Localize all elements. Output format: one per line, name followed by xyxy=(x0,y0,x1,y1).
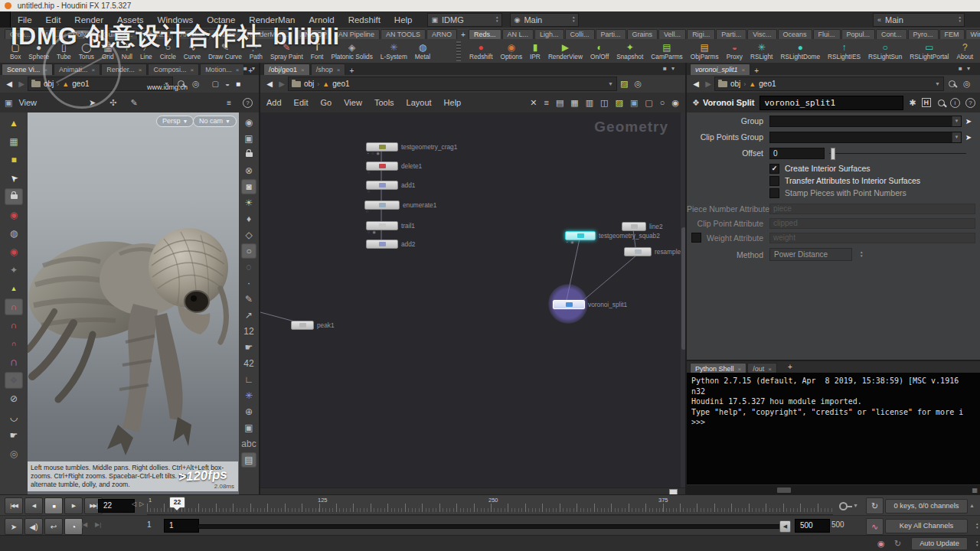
snapshot-icon[interactable]: ▨ xyxy=(620,79,628,89)
info-icon[interactable]: i xyxy=(950,98,960,108)
select-arrow-icon[interactable]: ➤ xyxy=(962,117,975,126)
hide-other-objects-icon[interactable]: ◌ xyxy=(241,259,256,275)
node-flags[interactable]: ○ xyxy=(368,189,371,194)
play-button[interactable]: ▶ xyxy=(64,497,83,514)
view-menu[interactable]: View xyxy=(12,98,43,107)
scatter-icon[interactable]: ▲ xyxy=(5,280,23,297)
network-node[interactable]: voronoi_split1 xyxy=(553,300,585,309)
pane-tab[interactable]: /obj/geo1 xyxy=(263,64,310,75)
dropdown-icon[interactable]: ▼ xyxy=(952,116,961,126)
point-normals-icon[interactable]: ✎ xyxy=(241,292,256,307)
pane-tab[interactable]: /shop xyxy=(311,64,346,75)
python-console[interactable]: Python 2.7.15 (default, Apr 8 2019, 15:3… xyxy=(687,373,980,484)
prev-frame-button[interactable]: ◁ xyxy=(132,500,136,507)
shelf-tool[interactable]: ?About xyxy=(952,43,977,60)
network-canvas[interactable]: Geometry testgeometry_crag1 ▪ ○ ◉ delete… xyxy=(260,112,681,487)
shelf-tool[interactable]: ◉Options xyxy=(496,43,526,60)
shadows-icon[interactable]: ◇ xyxy=(241,227,256,243)
resize-grid-icon[interactable]: ▦ xyxy=(972,487,978,494)
point-trails-icon[interactable]: ☛ xyxy=(241,340,256,355)
checkbox[interactable] xyxy=(769,176,779,186)
box-tool-icon[interactable]: ■ xyxy=(5,152,23,168)
close-icon[interactable] xyxy=(764,365,772,373)
vectors-icon[interactable]: ↗ xyxy=(241,308,256,323)
help-icon[interactable]: ? xyxy=(243,98,253,108)
shelf-tool[interactable]: ▮IPR xyxy=(526,43,544,60)
menu-item[interactable]: Help xyxy=(387,15,420,24)
displacement-icon[interactable]: ○ xyxy=(241,243,256,259)
close-icon[interactable] xyxy=(297,66,305,73)
network-node[interactable]: testgeometry_squab2 ▪ ◉ xyxy=(565,231,596,240)
point-numbers-icon[interactable]: 12 xyxy=(241,324,256,339)
shelf-tool[interactable]: ↑RSLightIES xyxy=(824,43,864,60)
find-icon[interactable]: ○ xyxy=(660,98,665,108)
normal-lighting-icon[interactable]: ☀ xyxy=(241,195,256,210)
headlight-icon[interactable]: ◙ xyxy=(241,179,256,194)
update-mode-selector[interactable]: Auto Update xyxy=(911,537,968,550)
multi-snap-icon[interactable]: ❖ xyxy=(5,372,23,389)
new-pane-tab-button[interactable]: + xyxy=(346,67,357,75)
range-start-button[interactable]: |◀ xyxy=(81,521,87,528)
shape-palette-icon[interactable]: ▥ xyxy=(586,98,593,108)
shelf-tool[interactable]: ▶RenderView xyxy=(544,43,586,60)
node-name-field[interactable]: voronoi_split1 xyxy=(760,96,904,110)
link-icon[interactable]: ◎ xyxy=(634,79,642,89)
background-image-icon[interactable]: ▣ xyxy=(630,98,638,108)
shelf-tab[interactable]: Flui... xyxy=(813,29,841,39)
pane-tab[interactable]: voronoi_split1 xyxy=(690,64,750,75)
export-icon[interactable]: ↩ xyxy=(44,518,63,535)
checkbox[interactable]: ✓ xyxy=(769,164,779,174)
refresh-icon[interactable]: ↻ xyxy=(894,539,901,549)
channel-graph-icon[interactable]: ∿ xyxy=(866,518,884,535)
pin-icon[interactable] xyxy=(949,80,956,87)
shelf-tab[interactable]: Cont... xyxy=(876,29,907,39)
forward-icon[interactable]: ▶ xyxy=(702,80,714,88)
key-icon[interactable] xyxy=(839,502,848,510)
pin-handle-icon[interactable]: ◉ xyxy=(5,243,23,260)
shelf-tool[interactable]: ✳RSLight xyxy=(746,43,777,60)
snap-prim-icon[interactable]: ∩ xyxy=(5,354,23,370)
network-node[interactable]: add1 ○ xyxy=(366,181,398,190)
desktop-selector[interactable]: ◉ Main xyxy=(510,13,579,27)
right-desktop-selector[interactable]: « Main xyxy=(873,13,965,27)
back-icon[interactable]: ◀ xyxy=(690,80,702,88)
range-start-field[interactable]: 1 xyxy=(164,519,199,533)
origin-gnomon-icon[interactable]: ⊕ xyxy=(241,404,256,419)
path-tool-icon[interactable]: ■ xyxy=(236,80,240,88)
shelf-tab[interactable]: Colli... xyxy=(565,29,595,39)
shelf-tab[interactable]: Reds... xyxy=(469,29,501,39)
close-icon[interactable] xyxy=(734,365,742,373)
close-icon[interactable] xyxy=(135,66,142,73)
current-frame-field[interactable]: 22 xyxy=(98,499,135,513)
pane-tab[interactable]: Composi... xyxy=(148,64,199,75)
shelf-tab[interactable]: Oceans xyxy=(778,29,812,39)
checkbox[interactable] xyxy=(691,233,701,243)
shelf-tab[interactable]: Visc... xyxy=(747,29,776,39)
select-mode-icon[interactable]: ➤ xyxy=(5,518,23,535)
badges-icon[interactable]: ◫ xyxy=(600,98,608,108)
select-arrow-icon[interactable]: ➤ xyxy=(5,170,23,187)
display-options-icon[interactable]: ≡ xyxy=(227,99,231,107)
pose-icon[interactable]: ◍ xyxy=(5,225,23,242)
viewport-tool-icon[interactable]: ✎ xyxy=(131,98,138,108)
back-icon[interactable]: ◀ xyxy=(3,80,15,88)
network-node[interactable]: peak1 xyxy=(291,321,314,330)
path-tool-icon[interactable]: ◒ xyxy=(225,80,230,88)
no-snap-icon[interactable]: ⊘ xyxy=(5,390,23,407)
collapse-icon[interactable]: ▲ xyxy=(969,503,975,508)
perspective-selector[interactable]: Persp▼ xyxy=(156,116,194,127)
shelf-tab[interactable]: AN TOOLS xyxy=(381,29,426,39)
shelf-tool[interactable]: ✳L-System xyxy=(377,43,411,60)
spinner-icon[interactable] xyxy=(489,16,498,23)
group-field[interactable]: ▼ xyxy=(769,116,962,127)
node-flags[interactable]: ○ xyxy=(366,209,369,214)
spinner-icon[interactable] xyxy=(566,16,575,23)
viewport-3d[interactable]: Persp▼ No cam▼ Left mouse tumbles. Middl… xyxy=(28,112,239,494)
path-tool-icon[interactable]: ▢ xyxy=(212,80,219,88)
shelf-tool[interactable]: ▤CamParms xyxy=(647,43,687,60)
paint-tool-icon[interactable]: ▦ xyxy=(5,133,23,150)
network-node[interactable]: testgeometry_crag1 ▪ ○ ◉ xyxy=(366,142,398,152)
slider-handle[interactable] xyxy=(831,148,835,160)
snapshot-view-icon[interactable]: ▣ xyxy=(241,131,256,146)
range-slider-handle[interactable]: ◀ xyxy=(779,520,791,533)
